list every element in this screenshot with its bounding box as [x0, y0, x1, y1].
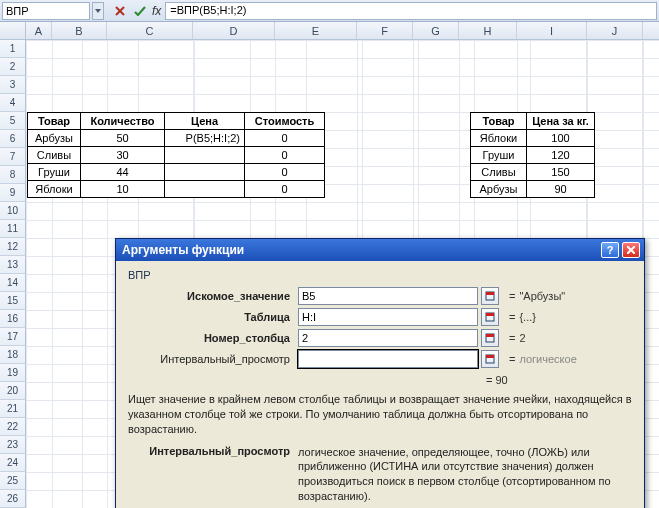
col-header[interactable]: E [275, 22, 357, 39]
cell[interactable]: 90 [527, 181, 595, 198]
worksheet-grid[interactable]: 1234567891011121314151617181920212223242… [0, 40, 659, 508]
col-header[interactable]: J [587, 22, 643, 39]
row-header[interactable]: 1 [0, 40, 26, 58]
cell[interactable]: Сливы [28, 147, 81, 164]
cell[interactable]: 50 [81, 130, 165, 147]
cell[interactable] [165, 181, 245, 198]
name-box-dropdown[interactable] [92, 2, 104, 20]
cell[interactable]: Груши [28, 164, 81, 181]
row-header[interactable]: 20 [0, 382, 26, 400]
table-row: Сливы 30 0 [28, 147, 325, 164]
collapse-dialog-icon[interactable] [481, 308, 499, 326]
dialog-titlebar[interactable]: Аргументы функции ? [116, 239, 644, 261]
table-header: Стоимость [245, 113, 325, 130]
cell[interactable]: Сливы [471, 164, 527, 181]
arg-input-col-index[interactable] [298, 329, 478, 347]
formula-bar: fx =ВПР(B5;H:I;2) [0, 0, 659, 22]
table-row: Груши 44 0 [28, 164, 325, 181]
col-header[interactable]: B [52, 22, 107, 39]
col-header[interactable]: G [413, 22, 459, 39]
col-header[interactable]: A [26, 22, 52, 39]
col-header[interactable]: I [517, 22, 587, 39]
cell[interactable]: 0 [245, 130, 325, 147]
row-header[interactable]: 3 [0, 76, 26, 94]
cell[interactable]: Арбузы [28, 130, 81, 147]
collapse-dialog-icon[interactable] [481, 287, 499, 305]
row-header[interactable]: 19 [0, 364, 26, 382]
cell[interactable]: Яблоки [471, 130, 527, 147]
row-header[interactable]: 18 [0, 346, 26, 364]
cell[interactable]: 120 [527, 147, 595, 164]
arg-label: Номер_столбца [138, 332, 298, 344]
table-row: Арбузы 50 Р(B5;H:I;2) 0 [28, 130, 325, 147]
help-button[interactable]: ? [601, 242, 619, 258]
cell[interactable] [165, 147, 245, 164]
row-header[interactable]: 9 [0, 184, 26, 202]
column-headers: A B C D E F G H I J [0, 22, 659, 40]
arg-row: Искомое_значение ="Арбузы" [138, 287, 632, 305]
arg-input-table-array[interactable] [298, 308, 478, 326]
cell[interactable]: 0 [245, 147, 325, 164]
formula-input[interactable]: =ВПР(B5;H:I;2) [165, 2, 657, 20]
cell[interactable]: 30 [81, 147, 165, 164]
cell[interactable]: 100 [527, 130, 595, 147]
row-header[interactable]: 13 [0, 256, 26, 274]
arg-input-range-lookup[interactable] [298, 350, 478, 368]
table-row: Яблоки100 [471, 130, 595, 147]
row-header[interactable]: 17 [0, 328, 26, 346]
row-header[interactable]: 24 [0, 454, 26, 472]
arg-eval: =2 [509, 332, 526, 344]
row-header[interactable]: 16 [0, 310, 26, 328]
cell[interactable]: Арбузы [471, 181, 527, 198]
table-header: Цена за кг. [527, 113, 595, 130]
col-header[interactable]: C [107, 22, 193, 39]
col-header[interactable]: F [357, 22, 413, 39]
table-row: Яблоки 10 0 [28, 181, 325, 198]
active-cell[interactable]: Р(B5;H:I;2) [165, 130, 245, 147]
table-row: Арбузы90 [471, 181, 595, 198]
cell[interactable]: 44 [81, 164, 165, 181]
select-all-corner[interactable] [0, 22, 26, 39]
row-header[interactable]: 22 [0, 418, 26, 436]
cell[interactable]: 10 [81, 181, 165, 198]
cell[interactable]: Яблоки [28, 181, 81, 198]
cell[interactable]: Груши [471, 147, 527, 164]
row-header[interactable]: 26 [0, 490, 26, 508]
cell[interactable]: 0 [245, 181, 325, 198]
row-header[interactable]: 10 [0, 202, 26, 220]
arg-label: Искомое_значение [138, 290, 298, 302]
row-header[interactable]: 8 [0, 166, 26, 184]
name-box[interactable] [2, 2, 90, 20]
row-header[interactable]: 21 [0, 400, 26, 418]
row-header[interactable]: 12 [0, 238, 26, 256]
arg-input-lookup-value[interactable] [298, 287, 478, 305]
svg-rect-12 [486, 355, 494, 358]
collapse-dialog-icon[interactable] [481, 329, 499, 347]
col-header[interactable]: D [193, 22, 275, 39]
cell[interactable]: 0 [245, 164, 325, 181]
row-header[interactable]: 5 [0, 112, 26, 130]
col-header[interactable]: H [459, 22, 517, 39]
row-header[interactable]: 23 [0, 436, 26, 454]
row-header[interactable]: 15 [0, 292, 26, 310]
formula-result-preview: = 90 [486, 374, 632, 386]
cancel-formula-icon[interactable] [111, 2, 129, 20]
row-header[interactable]: 2 [0, 58, 26, 76]
row-header[interactable]: 7 [0, 148, 26, 166]
collapse-dialog-icon[interactable] [481, 350, 499, 368]
row-header[interactable]: 11 [0, 220, 26, 238]
row-header[interactable]: 4 [0, 94, 26, 112]
cell[interactable] [165, 164, 245, 181]
close-button[interactable] [622, 242, 640, 258]
fx-icon[interactable]: fx [152, 4, 161, 18]
svg-rect-6 [486, 292, 494, 295]
cell[interactable]: 150 [527, 164, 595, 181]
row-header[interactable]: 25 [0, 472, 26, 490]
row-header[interactable]: 6 [0, 130, 26, 148]
table-header: Цена [165, 113, 245, 130]
table-row: Сливы150 [471, 164, 595, 181]
enter-formula-icon[interactable] [131, 2, 149, 20]
arg-row: Интервальный_просмотр =логическое [138, 350, 632, 368]
row-header[interactable]: 14 [0, 274, 26, 292]
table-header: Товар [28, 113, 81, 130]
